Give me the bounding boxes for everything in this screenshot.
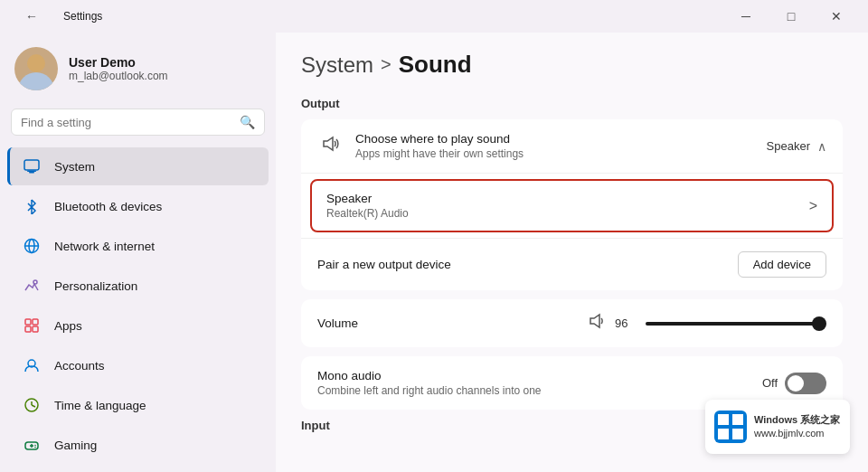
sidebar-item-system[interactable]: System (7, 147, 269, 185)
system-icon (22, 156, 42, 176)
volume-number: 96 (615, 316, 637, 330)
svg-marker-22 (324, 137, 333, 150)
close-button[interactable]: ✕ (816, 0, 857, 33)
sidebar-item-gaming[interactable]: Gaming (7, 426, 269, 464)
sidebar-item-accounts[interactable]: Accounts (7, 346, 269, 384)
volume-label: Volume (317, 316, 577, 330)
breadcrumb-current: Sound (399, 51, 472, 79)
mono-audio-title: Mono audio (317, 369, 750, 382)
svg-rect-26 (732, 414, 743, 425)
sidebar-label-gaming: Gaming (54, 439, 97, 452)
network-icon (22, 236, 42, 256)
breadcrumb-parent[interactable]: System (301, 52, 373, 78)
sidebar-label-personalization: Personalization (54, 279, 137, 293)
mono-audio-text: Mono audio Combine left and right audio … (317, 369, 750, 397)
svg-rect-3 (29, 172, 34, 174)
svg-rect-28 (732, 429, 743, 439)
svg-point-1 (27, 54, 45, 72)
svg-rect-4 (27, 171, 36, 173)
svg-rect-25 (718, 414, 729, 425)
choose-sound-value: Speaker (767, 139, 810, 153)
sidebar-item-time[interactable]: Time & language (7, 386, 269, 424)
choose-sound-text: Choose where to play sound Apps might ha… (355, 132, 754, 160)
breadcrumb-separator: > (381, 54, 392, 75)
sidebar-label-bluetooth: Bluetooth & devices (54, 200, 162, 213)
watermark-text: Windows 系统之家 www.bjjmlv.com (754, 413, 840, 441)
apps-icon (22, 316, 42, 335)
sidebar-item-personalization[interactable]: Personalization (7, 267, 269, 305)
choose-sound-card: Choose where to play sound Apps might ha… (301, 119, 843, 290)
svg-point-8 (33, 280, 37, 284)
mono-audio-toggle[interactable] (785, 373, 826, 394)
accounts-icon (22, 355, 42, 375)
choose-sound-title: Choose where to play sound (355, 132, 754, 146)
sidebar-item-apps[interactable]: Apps (7, 307, 269, 345)
svg-point-0 (18, 72, 54, 90)
mono-audio-state: Off (762, 376, 778, 390)
svg-rect-11 (25, 326, 31, 332)
watermark-badge: Windows 系统之家 www.bjjmlv.com (705, 400, 850, 454)
svg-rect-27 (718, 429, 729, 439)
windows-icon (714, 411, 747, 443)
user-email: m_lab@outlook.com (69, 70, 168, 82)
gaming-icon (22, 435, 42, 455)
pair-device-text: Pair a new output device (317, 258, 725, 271)
chevron-up-icon: ∧ (817, 139, 826, 154)
speaker-chevron-icon: > (809, 198, 817, 214)
time-icon (22, 395, 42, 415)
search-icon: 🔍 (240, 115, 255, 129)
search-input[interactable] (21, 116, 232, 129)
svg-rect-2 (24, 160, 39, 170)
pair-device-title: Pair a new output device (317, 258, 725, 271)
sidebar-label-network: Network & internet (54, 240, 155, 253)
choose-sound-subtitle: Apps might have their own settings (355, 147, 754, 160)
bluetooth-icon (22, 196, 42, 216)
speaker-text: Speaker Realtek(R) Audio (326, 192, 809, 220)
maximize-button[interactable]: □ (770, 0, 812, 33)
speaker-subtitle: Realtek(R) Audio (326, 207, 809, 220)
choose-sound-row[interactable]: Choose where to play sound Apps might ha… (301, 119, 843, 174)
sidebar: User Demo m_lab@outlook.com 🔍 System Blu… (0, 33, 276, 472)
mono-audio-subtitle: Combine left and right audio channels in… (317, 384, 750, 397)
svg-point-20 (34, 445, 36, 447)
speaker-selected-row[interactable]: Speaker Realtek(R) Audio > (310, 179, 834, 232)
add-device-button[interactable]: Add device (738, 251, 826, 278)
sidebar-item-bluetooth[interactable]: Bluetooth & devices (7, 187, 269, 225)
svg-point-21 (34, 447, 36, 448)
search-box[interactable]: 🔍 (11, 109, 265, 136)
speaker-icon (317, 134, 343, 158)
speaker-title: Speaker (326, 192, 809, 205)
breadcrumb: System > Sound (301, 51, 843, 79)
minimize-button[interactable]: ─ (725, 0, 767, 33)
personalization-icon (22, 276, 42, 296)
avatar (14, 47, 58, 90)
user-info: User Demo m_lab@outlook.com (69, 55, 168, 82)
volume-slider[interactable] (646, 322, 826, 326)
volume-row: Volume 96 (301, 299, 843, 347)
toggle-thumb (788, 375, 804, 392)
svg-line-16 (32, 405, 35, 407)
back-button[interactable]: ← (11, 0, 52, 33)
sidebar-label-accounts: Accounts (54, 359, 105, 373)
titlebar: ← Settings ─ □ ✕ (0, 0, 868, 33)
user-section[interactable]: User Demo m_lab@outlook.com (0, 40, 276, 105)
volume-icon (588, 312, 606, 335)
svg-rect-10 (33, 319, 38, 325)
sidebar-item-network[interactable]: Network & internet (7, 227, 269, 265)
app-title: Settings (63, 10, 102, 23)
volume-fill (646, 322, 819, 326)
svg-marker-23 (590, 315, 599, 327)
svg-rect-9 (25, 319, 31, 325)
output-section-label: Output (301, 97, 843, 110)
user-name: User Demo (69, 55, 168, 70)
sidebar-label-time: Time & language (54, 399, 146, 412)
svg-rect-12 (33, 326, 38, 332)
sidebar-label-apps: Apps (54, 319, 82, 333)
volume-thumb[interactable] (812, 316, 826, 331)
pair-device-row: Pair a new output device Add device (301, 238, 843, 290)
sidebar-label-system: System (54, 160, 95, 174)
